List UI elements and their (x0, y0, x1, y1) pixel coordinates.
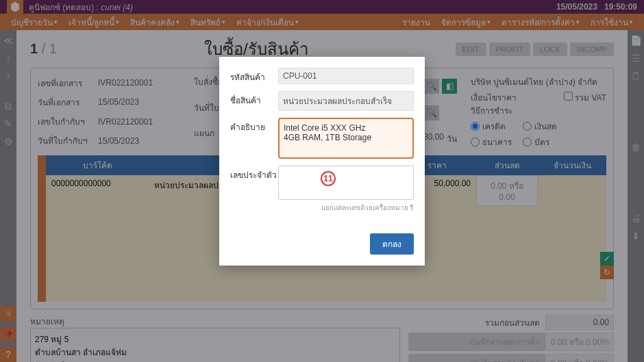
modal-code-input[interactable]: CPU-001 (278, 68, 414, 84)
modal-desc-textarea[interactable] (278, 118, 414, 159)
modal-serial-label: เลขประจำตัว (230, 166, 278, 181)
modal-desc-label: คำอธิบาย (230, 118, 278, 133)
product-modal: รหัสสินค้า CPU-001 ชื่อสินค้า หน่วยประมว… (219, 57, 425, 266)
modal-helper-text: แยกแต่ละเลขด้วยเครื่องหมาย ¶ (230, 203, 414, 213)
modal-code-label: รหัสสินค้า (230, 68, 278, 83)
modal-name-label: ชื่อสินค้า (230, 91, 278, 107)
annotation-11: 11 (321, 171, 336, 186)
modal-ok-button[interactable]: ตกลง (370, 233, 414, 255)
modal-serial-textarea[interactable] (278, 166, 414, 200)
modal-name-input[interactable]: หน่วยประมวลผลประกอบสำเร็จ (278, 91, 414, 111)
